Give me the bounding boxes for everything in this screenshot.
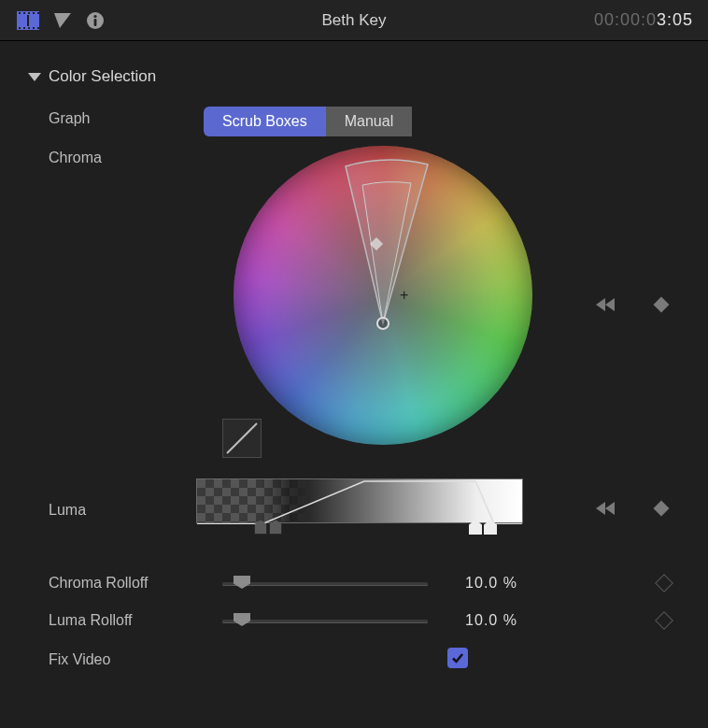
- svg-rect-18: [94, 19, 97, 26]
- chroma-curve-well[interactable]: [222, 419, 262, 458]
- svg-line-20: [227, 423, 257, 453]
- inspector-body: Color Selection Graph Scrub Boxes Manual…: [0, 41, 708, 686]
- fix-video-checkbox[interactable]: [447, 648, 468, 668]
- luma-rolloff-slider[interactable]: [222, 611, 428, 630]
- svg-rect-9: [19, 27, 21, 29]
- svg-rect-5: [23, 12, 25, 14]
- chroma-wheel-cell: +: [196, 146, 570, 464]
- info-icon[interactable]: [86, 11, 105, 30]
- luma-rolloff-keyframe-icon[interactable]: [655, 611, 673, 630]
- checkmark-icon: [450, 650, 465, 665]
- disclosure-triangle-icon[interactable]: [28, 73, 41, 81]
- svg-marker-24: [605, 502, 615, 515]
- luma-keyframe-controls: [542, 499, 680, 518]
- svg-rect-4: [19, 12, 21, 14]
- row-chroma: Chroma +: [28, 146, 680, 464]
- luma-rolloff-value[interactable]: 10.0 %: [445, 612, 538, 629]
- chroma-color-wheel[interactable]: [234, 146, 532, 445]
- svg-rect-7: [33, 12, 35, 14]
- svg-rect-23: [654, 297, 670, 313]
- label-graph: Graph: [28, 107, 187, 127]
- inspector-header: Beth Key 00:00:03:05: [0, 0, 708, 41]
- luma-add-keyframe-icon[interactable]: [652, 499, 671, 518]
- filmstrip-icon[interactable]: [17, 11, 39, 30]
- label-fix-video: Fix Video: [28, 648, 205, 668]
- svg-rect-11: [28, 27, 30, 29]
- plus-icon: +: [400, 290, 408, 301]
- svg-rect-10: [23, 27, 25, 29]
- svg-rect-8: [37, 12, 39, 14]
- svg-marker-15: [54, 13, 71, 28]
- add-keyframe-icon[interactable]: [652, 295, 671, 314]
- row-graph: Graph Scrub Boxes Manual: [28, 107, 680, 136]
- effects-triangle-icon[interactable]: [52, 11, 73, 30]
- row-luma: Luma: [28, 478, 680, 538]
- svg-rect-13: [37, 27, 39, 29]
- reset-to-previous-keyframe-icon[interactable]: [596, 295, 620, 314]
- graph-mode-segmented: Scrub Boxes Manual: [204, 107, 512, 136]
- luma-gradient: [197, 479, 522, 522]
- label-luma: Luma: [28, 498, 187, 519]
- seg-scrub-boxes[interactable]: Scrub Boxes: [204, 107, 326, 136]
- label-chroma: Chroma: [28, 146, 187, 464]
- luma-reset-keyframe-icon[interactable]: [596, 499, 620, 518]
- seg-manual[interactable]: Manual: [326, 107, 412, 136]
- svg-marker-25: [596, 502, 605, 515]
- chroma-rolloff-keyframe-icon[interactable]: [655, 574, 673, 592]
- svg-rect-12: [33, 27, 35, 29]
- svg-rect-6: [28, 12, 30, 14]
- svg-rect-14: [27, 15, 29, 26]
- svg-marker-22: [596, 298, 605, 311]
- row-luma-rolloff: Luma Rolloff 10.0 %: [28, 602, 680, 639]
- timecode-leading: 00:00:0: [594, 10, 657, 29]
- section-color-selection[interactable]: Color Selection: [28, 67, 680, 86]
- row-chroma-rolloff: Chroma Rolloff 10.0 %: [28, 564, 680, 602]
- inspector-panel: Beth Key 00:00:03:05 Color Selection Gra…: [0, 0, 708, 728]
- chroma-rolloff-value[interactable]: 10.0 %: [445, 575, 538, 592]
- svg-marker-21: [605, 298, 615, 311]
- chroma-center-handle[interactable]: [376, 317, 389, 330]
- chroma-keyframe-controls: [579, 146, 680, 464]
- timecode: 00:00:03:05: [594, 10, 693, 30]
- label-luma-rolloff: Luma Rolloff: [28, 612, 205, 629]
- label-chroma-rolloff: Chroma Rolloff: [28, 575, 205, 592]
- section-title-label: Color Selection: [49, 67, 156, 86]
- luma-strip[interactable]: [196, 478, 532, 538]
- chroma-rolloff-slider[interactable]: [222, 574, 428, 592]
- svg-point-17: [93, 14, 96, 17]
- row-fix-video: Fix Video: [28, 639, 680, 677]
- timecode-active: 3:05: [657, 10, 693, 29]
- svg-rect-26: [654, 501, 670, 517]
